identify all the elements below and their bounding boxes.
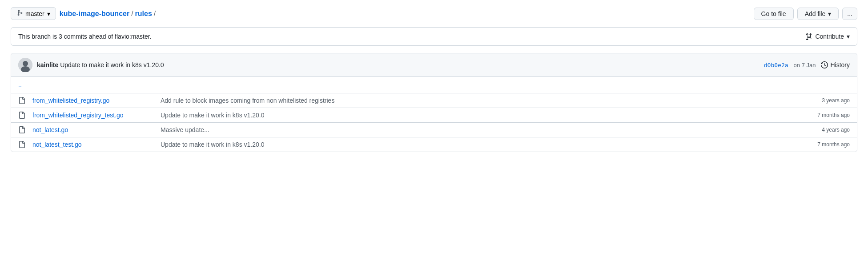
file-commit-message: Update to make it work in k8s v1.20.0	[157, 112, 796, 119]
commit-date: on 7 Jan	[794, 62, 816, 68]
breadcrumb-sep1: /	[131, 10, 133, 18]
file-name[interactable]: from_whitelisted_registry_test.go	[32, 112, 157, 119]
table-row: not_latest.go Massive update... 4 years …	[11, 123, 857, 137]
toolbar: master ▾ kube-image-bouncer / rules / Go…	[11, 7, 857, 20]
file-time: 4 years ago	[796, 127, 850, 133]
document-icon	[18, 97, 25, 104]
repo-link[interactable]: kube-image-bouncer	[60, 10, 129, 18]
more-options-button[interactable]: ...	[842, 8, 857, 20]
toolbar-left: master ▾ kube-image-bouncer / rules /	[11, 7, 156, 20]
table-row: from_whitelisted_registry.go Add rule to…	[11, 93, 857, 108]
document-icon	[18, 112, 25, 119]
file-rows-container: from_whitelisted_registry.go Add rule to…	[11, 93, 857, 152]
file-icon	[18, 97, 32, 104]
commit-sha[interactable]: d0b0e2a	[764, 62, 788, 68]
contribute-button[interactable]: Contribute ▾	[805, 33, 850, 40]
avatar	[18, 58, 32, 72]
contribute-label: Contribute	[815, 33, 844, 40]
branch-label: master	[25, 10, 44, 17]
history-button[interactable]: History	[821, 61, 850, 68]
history-label: History	[830, 61, 850, 68]
file-name[interactable]: from_whitelisted_registry.go	[32, 97, 157, 104]
chevron-down-icon: ▾	[828, 10, 831, 17]
file-name[interactable]: not_latest.go	[32, 126, 157, 133]
branch-banner: This branch is 3 commits ahead of flavio…	[11, 27, 857, 46]
commit-author[interactable]: kainlite	[37, 61, 58, 68]
document-icon	[18, 126, 25, 133]
parent-label: ..	[18, 81, 22, 88]
go-to-file-button[interactable]: Go to file	[754, 8, 794, 20]
commit-header: kainlite Update to make it work in k8s v…	[11, 53, 857, 77]
add-file-button[interactable]: Add file ▾	[797, 8, 839, 20]
file-commit-message: Massive update...	[157, 126, 796, 133]
commit-header-right: d0b0e2a on 7 Jan History	[764, 61, 850, 68]
file-commit-message: Update to make it work in k8s v1.20.0	[157, 141, 796, 148]
contribute-icon	[805, 33, 812, 40]
file-icon	[18, 141, 32, 148]
history-icon	[821, 61, 828, 68]
document-icon	[18, 141, 25, 148]
file-table: kainlite Update to make it work in k8s v…	[11, 53, 857, 152]
contribute-chevron-icon: ▾	[847, 33, 850, 40]
file-time: 7 months ago	[796, 141, 850, 148]
branch-icon	[16, 10, 23, 17]
file-time: 3 years ago	[796, 97, 850, 104]
breadcrumb-sep2: /	[154, 10, 156, 18]
chevron-down-icon: ▾	[47, 10, 50, 17]
folder-link[interactable]: rules	[135, 10, 152, 18]
file-time: 7 months ago	[796, 112, 850, 118]
table-row: from_whitelisted_registry_test.go Update…	[11, 108, 857, 123]
table-row: not_latest_test.go Update to make it wor…	[11, 137, 857, 152]
toolbar-right: Go to file Add file ▾ ...	[754, 8, 857, 20]
breadcrumb: kube-image-bouncer / rules /	[60, 10, 156, 18]
commit-message: Update to make it work in k8s v1.20.0	[60, 61, 164, 68]
file-icon	[18, 112, 32, 119]
file-commit-message: Add rule to block images coming from non…	[157, 97, 796, 104]
svg-point-1	[23, 61, 28, 66]
branch-banner-text: This branch is 3 commits ahead of flavio…	[18, 33, 152, 40]
add-file-label: Add file	[805, 10, 826, 17]
file-name[interactable]: not_latest_test.go	[32, 141, 157, 148]
parent-directory-row[interactable]: ..	[11, 77, 857, 93]
branch-selector[interactable]: master ▾	[11, 7, 56, 20]
commit-header-left: kainlite Update to make it work in k8s v…	[18, 58, 164, 72]
commit-info: kainlite Update to make it work in k8s v…	[37, 61, 164, 68]
file-icon	[18, 126, 32, 133]
